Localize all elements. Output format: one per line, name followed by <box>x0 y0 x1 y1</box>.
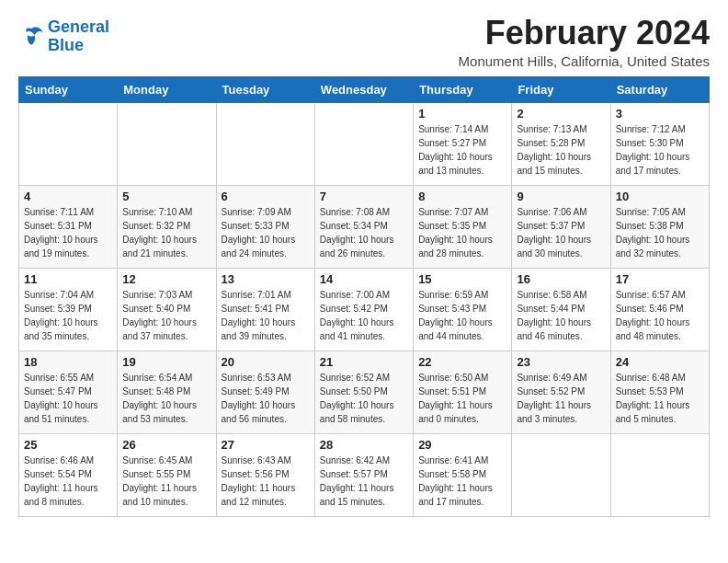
calendar-cell <box>118 102 216 185</box>
calendar-cell: 11Sunrise: 7:04 AM Sunset: 5:39 PM Dayli… <box>19 268 118 350</box>
calendar-cell: 2Sunrise: 7:13 AM Sunset: 5:28 PM Daylig… <box>512 102 610 185</box>
calendar-cell: 23Sunrise: 6:49 AM Sunset: 5:52 PM Dayli… <box>512 350 610 433</box>
day-number: 22 <box>418 355 506 369</box>
calendar-cell: 22Sunrise: 6:50 AM Sunset: 5:51 PM Dayli… <box>414 350 512 433</box>
week-row-4: 18Sunrise: 6:55 AM Sunset: 5:47 PM Dayli… <box>19 350 710 433</box>
logo-bird-icon <box>18 24 44 50</box>
cell-info: Sunrise: 6:45 AM Sunset: 5:55 PM Dayligh… <box>122 454 210 509</box>
col-header-wednesday: Wednesday <box>314 76 413 102</box>
week-row-3: 11Sunrise: 7:04 AM Sunset: 5:39 PM Dayli… <box>19 268 710 350</box>
calendar-cell: 8Sunrise: 7:07 AM Sunset: 5:35 PM Daylig… <box>414 185 512 268</box>
calendar-cell: 9Sunrise: 7:06 AM Sunset: 5:37 PM Daylig… <box>512 185 610 268</box>
col-header-thursday: Thursday <box>414 76 512 102</box>
col-header-friday: Friday <box>512 76 610 102</box>
day-number: 20 <box>222 355 310 369</box>
week-row-5: 25Sunrise: 6:46 AM Sunset: 5:54 PM Dayli… <box>19 433 710 516</box>
cell-info: Sunrise: 6:46 AM Sunset: 5:54 PM Dayligh… <box>24 454 112 509</box>
cell-info: Sunrise: 7:05 AM Sunset: 5:38 PM Dayligh… <box>616 205 704 260</box>
page-title: February 2024 <box>459 15 710 52</box>
calendar-cell <box>512 433 610 516</box>
day-number: 5 <box>122 190 210 203</box>
day-number: 23 <box>517 355 605 369</box>
cell-info: Sunrise: 7:10 AM Sunset: 5:32 PM Dayligh… <box>122 205 210 260</box>
calendar-header-row: SundayMondayTuesdayWednesdayThursdayFrid… <box>19 76 710 102</box>
col-header-monday: Monday <box>118 76 216 102</box>
cell-info: Sunrise: 6:54 AM Sunset: 5:48 PM Dayligh… <box>122 371 210 426</box>
day-number: 4 <box>24 190 112 203</box>
cell-info: Sunrise: 7:13 AM Sunset: 5:28 PM Dayligh… <box>517 122 605 178</box>
cell-info: Sunrise: 6:49 AM Sunset: 5:52 PM Dayligh… <box>517 371 605 426</box>
day-number: 28 <box>320 438 408 452</box>
day-number: 13 <box>222 272 310 286</box>
day-number: 19 <box>122 355 210 369</box>
calendar-cell: 3Sunrise: 7:12 AM Sunset: 5:30 PM Daylig… <box>610 102 709 185</box>
cell-info: Sunrise: 6:55 AM Sunset: 5:47 PM Dayligh… <box>24 371 112 426</box>
cell-info: Sunrise: 7:11 AM Sunset: 5:31 PM Dayligh… <box>24 205 112 260</box>
cell-info: Sunrise: 6:59 AM Sunset: 5:43 PM Dayligh… <box>418 288 506 343</box>
calendar-cell: 16Sunrise: 6:58 AM Sunset: 5:44 PM Dayli… <box>512 268 610 350</box>
day-number: 21 <box>320 355 408 369</box>
calendar-cell: 15Sunrise: 6:59 AM Sunset: 5:43 PM Dayli… <box>414 268 512 350</box>
page-subtitle: Monument Hills, California, United State… <box>459 53 710 69</box>
day-number: 29 <box>418 438 506 452</box>
day-number: 8 <box>418 190 506 203</box>
title-area: February 2024 Monument Hills, California… <box>459 15 710 69</box>
day-number: 7 <box>320 190 408 203</box>
calendar-cell <box>216 102 314 185</box>
calendar-cell <box>610 433 709 516</box>
calendar-cell: 28Sunrise: 6:42 AM Sunset: 5:57 PM Dayli… <box>314 433 413 516</box>
day-number: 18 <box>24 355 112 369</box>
day-number: 14 <box>320 272 408 286</box>
calendar-cell: 6Sunrise: 7:09 AM Sunset: 5:33 PM Daylig… <box>216 185 314 268</box>
day-number: 17 <box>616 272 704 286</box>
col-header-sunday: Sunday <box>19 76 118 102</box>
day-number: 27 <box>222 438 310 452</box>
cell-info: Sunrise: 7:01 AM Sunset: 5:41 PM Dayligh… <box>222 288 310 343</box>
cell-info: Sunrise: 6:53 AM Sunset: 5:49 PM Dayligh… <box>222 371 310 426</box>
calendar-cell: 4Sunrise: 7:11 AM Sunset: 5:31 PM Daylig… <box>19 185 118 268</box>
calendar-cell: 20Sunrise: 6:53 AM Sunset: 5:49 PM Dayli… <box>216 350 314 433</box>
cell-info: Sunrise: 7:08 AM Sunset: 5:34 PM Dayligh… <box>320 205 408 260</box>
logo-text: General Blue <box>48 18 109 55</box>
calendar-cell: 10Sunrise: 7:05 AM Sunset: 5:38 PM Dayli… <box>610 185 709 268</box>
calendar-table: SundayMondayTuesdayWednesdayThursdayFrid… <box>18 76 710 517</box>
calendar-cell: 12Sunrise: 7:03 AM Sunset: 5:40 PM Dayli… <box>118 268 216 350</box>
day-number: 3 <box>616 107 704 121</box>
calendar-cell: 17Sunrise: 6:57 AM Sunset: 5:46 PM Dayli… <box>610 268 709 350</box>
calendar-cell: 26Sunrise: 6:45 AM Sunset: 5:55 PM Dayli… <box>118 433 216 516</box>
week-row-1: 1Sunrise: 7:14 AM Sunset: 5:27 PM Daylig… <box>19 102 710 185</box>
cell-info: Sunrise: 6:41 AM Sunset: 5:58 PM Dayligh… <box>418 454 506 509</box>
calendar-cell: 7Sunrise: 7:08 AM Sunset: 5:34 PM Daylig… <box>314 185 413 268</box>
day-number: 25 <box>24 438 112 452</box>
col-header-tuesday: Tuesday <box>216 76 314 102</box>
day-number: 9 <box>517 190 605 203</box>
day-number: 6 <box>222 190 310 203</box>
calendar-cell: 25Sunrise: 6:46 AM Sunset: 5:54 PM Dayli… <box>19 433 118 516</box>
cell-info: Sunrise: 6:50 AM Sunset: 5:51 PM Dayligh… <box>418 371 506 426</box>
cell-info: Sunrise: 7:09 AM Sunset: 5:33 PM Dayligh… <box>222 205 310 260</box>
day-number: 11 <box>24 272 112 286</box>
day-number: 15 <box>418 272 506 286</box>
calendar-cell: 14Sunrise: 7:00 AM Sunset: 5:42 PM Dayli… <box>314 268 413 350</box>
cell-info: Sunrise: 6:57 AM Sunset: 5:46 PM Dayligh… <box>616 288 704 343</box>
calendar-cell: 18Sunrise: 6:55 AM Sunset: 5:47 PM Dayli… <box>19 350 118 433</box>
page-header: General Blue February 2024 Monument Hill… <box>18 15 710 69</box>
calendar-cell: 1Sunrise: 7:14 AM Sunset: 5:27 PM Daylig… <box>414 102 512 185</box>
cell-info: Sunrise: 6:52 AM Sunset: 5:50 PM Dayligh… <box>320 371 408 426</box>
col-header-saturday: Saturday <box>610 76 709 102</box>
calendar-cell: 24Sunrise: 6:48 AM Sunset: 5:53 PM Dayli… <box>610 350 709 433</box>
calendar-cell: 19Sunrise: 6:54 AM Sunset: 5:48 PM Dayli… <box>118 350 216 433</box>
calendar-cell: 21Sunrise: 6:52 AM Sunset: 5:50 PM Dayli… <box>314 350 413 433</box>
cell-info: Sunrise: 7:03 AM Sunset: 5:40 PM Dayligh… <box>122 288 210 343</box>
cell-info: Sunrise: 6:48 AM Sunset: 5:53 PM Dayligh… <box>616 371 704 426</box>
logo: General Blue <box>18 18 109 55</box>
day-number: 24 <box>616 355 704 369</box>
cell-info: Sunrise: 6:58 AM Sunset: 5:44 PM Dayligh… <box>517 288 605 343</box>
calendar-cell: 29Sunrise: 6:41 AM Sunset: 5:58 PM Dayli… <box>414 433 512 516</box>
calendar-cell: 13Sunrise: 7:01 AM Sunset: 5:41 PM Dayli… <box>216 268 314 350</box>
day-number: 12 <box>122 272 210 286</box>
cell-info: Sunrise: 7:12 AM Sunset: 5:30 PM Dayligh… <box>616 122 704 178</box>
cell-info: Sunrise: 7:04 AM Sunset: 5:39 PM Dayligh… <box>24 288 112 343</box>
day-number: 2 <box>517 107 605 121</box>
week-row-2: 4Sunrise: 7:11 AM Sunset: 5:31 PM Daylig… <box>19 185 710 268</box>
